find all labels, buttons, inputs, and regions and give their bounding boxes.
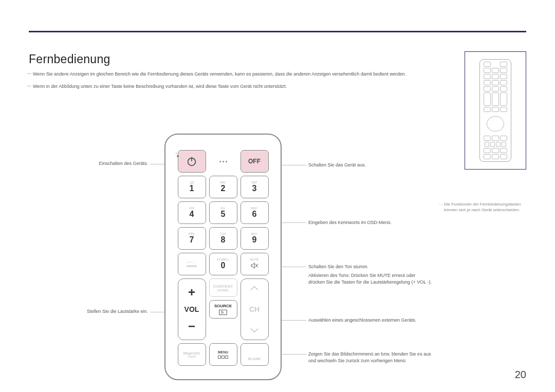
page-number: 20 — [515, 369, 526, 381]
label-power-off: Schalten Sie das Gerät aus. — [308, 162, 421, 169]
key-8: TUV8 — [209, 227, 237, 250]
key-6: MNO6 — [240, 201, 269, 224]
key-0: SYMBOL0 — [209, 253, 237, 275]
channel-rocker: CH — [240, 278, 269, 340]
volume-rocker: + VOL − — [178, 278, 206, 340]
key-del: DEL-/-- — [178, 253, 206, 275]
key-9: WXY9 — [240, 227, 269, 250]
label-power-on: Einschalten des Geräts. — [55, 160, 148, 167]
reference-remote-box — [465, 51, 526, 170]
label-source: Auswählen eines angeschlossenen externen… — [308, 317, 432, 324]
label-menu: Zeigen Sie das Bildschirmmenü an bzw. bl… — [308, 351, 432, 364]
key-5: JKL5 — [209, 201, 237, 224]
intro-p1: Wenn Sie andere Anzeigen im gleichen Ber… — [29, 71, 440, 78]
label-vol: Stellen Sie die Lautstärke ein. — [55, 308, 148, 315]
keypad: .QZ1 ABC2 DEF3 GHI4 JKL5 MNO6 PRS7 TUV8 … — [171, 176, 275, 275]
side-note: Die Funktionen der Fernbedienungstasten … — [444, 201, 526, 213]
label-mute1: Schalten Sie den Ton stumm. — [308, 264, 432, 270]
ir-led-icon — [177, 155, 179, 157]
key-mute: MUTE — [240, 253, 269, 275]
key-3: DEF3 — [240, 176, 269, 198]
chevron-up-icon — [250, 285, 259, 291]
magicinfo-button: MagicInfo Lite/S — [178, 343, 206, 366]
ir-dots-icon — [219, 161, 227, 162]
key-7: PRS7 — [178, 227, 206, 250]
source-button: SOURCE — [209, 300, 237, 319]
intro-p2: Wenn in der Abbildung unten zu einer Tas… — [29, 83, 440, 90]
key-2: ABC2 — [209, 176, 237, 198]
menu-icon — [218, 356, 228, 359]
mute-icon — [250, 262, 258, 270]
chevron-down-icon — [250, 327, 259, 333]
header-rule — [29, 31, 526, 32]
remote-diagram: OFF .QZ1 ABC2 DEF3 GHI4 JKL5 MNO6 PRS7 T… — [164, 134, 282, 380]
power-icon — [186, 156, 197, 167]
label-mute2: Aktivieren des Tons: Drücken Sie MUTE er… — [308, 272, 432, 285]
vol-label: VOL — [184, 305, 199, 313]
mini-remote-icon — [479, 59, 511, 162]
content-home-button: CONTENT (HOME) — [209, 278, 237, 297]
source-icon — [219, 309, 227, 315]
off-label: OFF — [248, 158, 261, 165]
power-off-button: OFF — [240, 150, 269, 173]
key-1: .QZ1 — [178, 176, 206, 198]
menu-button: MENU — [209, 343, 237, 366]
page-title: Fernbedienung — [29, 52, 110, 66]
intro-text: Wenn Sie andere Anzeigen im gleichen Ber… — [29, 71, 440, 95]
label-keypad: Eingeben des Kennworts im OSD-Menü. — [308, 219, 432, 226]
power-on-button — [178, 150, 206, 173]
blank-button: BLANK — [240, 343, 269, 366]
svg-rect-4 — [219, 310, 227, 314]
ch-label: CH — [249, 305, 260, 313]
key-4: GHI4 — [178, 201, 206, 224]
